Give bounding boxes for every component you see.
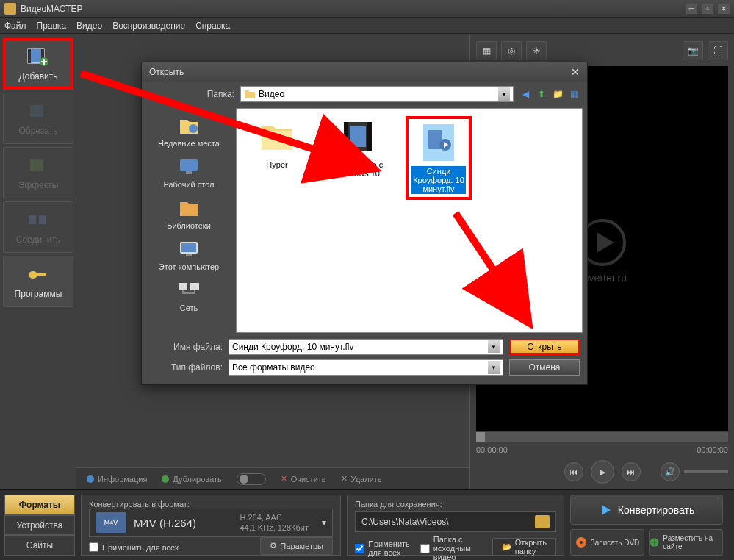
play-button[interactable]: ▶ xyxy=(591,460,614,484)
sidebar-effects-button[interactable]: Эффекты xyxy=(3,147,73,198)
sidebar-programs-button[interactable]: Программы xyxy=(3,256,73,307)
apply-all-folder-checkbox[interactable]: Применить для всех xyxy=(355,539,410,557)
player-controls: ⏮ ▶ ⏭ 🔊 xyxy=(476,460,728,484)
prev-button[interactable]: ⏮ xyxy=(564,462,583,481)
publish-button[interactable]: Разместить на сайте xyxy=(649,529,723,556)
next-button[interactable]: ⏭ xyxy=(622,462,641,481)
file-windows10[interactable]: Знакомство с Windows 10 xyxy=(325,116,391,178)
params-button[interactable]: ⚙Параметры xyxy=(260,537,333,555)
film-plus-icon xyxy=(25,46,51,68)
svg-rect-23 xyxy=(344,122,348,151)
tab-formats[interactable]: Форматы xyxy=(4,495,75,515)
camera-icon[interactable]: 📷 xyxy=(683,41,703,60)
tab-sites[interactable]: Сайты xyxy=(4,535,75,556)
open-folder-button[interactable]: 📂Открыть папку xyxy=(492,538,556,556)
place-network[interactable]: Сеть xyxy=(142,276,236,315)
svg-rect-7 xyxy=(39,215,46,224)
sidebar-crop-button[interactable]: Обрезать xyxy=(3,93,73,144)
circle-icon[interactable]: ◎ xyxy=(501,41,522,60)
info-action[interactable]: Информация xyxy=(87,475,147,484)
format-tabs: Форматы Устройства Сайты xyxy=(4,495,75,556)
cancel-button[interactable]: Отмена xyxy=(509,359,580,376)
svg-rect-1 xyxy=(28,49,31,63)
sidebar-add-label: Добавить xyxy=(18,71,57,82)
format-line2: 44,1 KHz, 128Кбит xyxy=(240,523,309,533)
titlebar: ВидеоМАСТЕР ─ ▫ ✕ xyxy=(0,0,734,18)
svg-rect-19 xyxy=(186,254,192,256)
svg-rect-15 xyxy=(180,159,198,171)
place-desktop[interactable]: Рабочий стол xyxy=(142,152,236,192)
new-folder-icon[interactable]: 📁 xyxy=(552,88,564,100)
menu-play[interactable]: Воспроизведение xyxy=(112,21,185,31)
apply-all-checkbox[interactable]: Применить для всех xyxy=(89,542,179,552)
seek-bar[interactable] xyxy=(476,432,728,442)
format-name: M4V (H.264) xyxy=(134,517,196,529)
duplicate-action[interactable]: Дублировать xyxy=(162,475,221,484)
globe-icon xyxy=(650,536,659,548)
fullscreen-icon[interactable]: ⛶ xyxy=(708,41,728,60)
app-icon xyxy=(4,3,16,15)
save-folder-panel: Папка для сохранения: C:\Users\Nata\Vide… xyxy=(347,495,564,556)
volume-icon[interactable]: 🔊 xyxy=(661,462,680,481)
filename-input[interactable]: Синди Кроуфорд. 10 минут.flv▼ xyxy=(229,339,503,355)
grid-icon[interactable]: ▦ xyxy=(476,41,497,60)
up-icon[interactable]: ⬆ xyxy=(536,88,547,100)
svg-rect-9 xyxy=(36,273,46,276)
close-window-button[interactable]: ✕ xyxy=(718,4,730,14)
effects-icon xyxy=(25,155,51,177)
bottom-panel: Форматы Устройства Сайты Конвертировать … xyxy=(0,489,734,560)
open-dialog: Открыть ✕ Папка: Видео ▼ ◀ ⬆ 📁 ▦ Недавни… xyxy=(141,62,588,385)
place-libraries[interactable]: Библиотеки xyxy=(142,193,236,233)
format-selector[interactable]: M4V M4V (H.264) H.264, AAC 44,1 KHz, 128… xyxy=(89,509,333,537)
menubar: Файл Правка Видео Воспроизведение Справк… xyxy=(0,18,734,34)
place-recent[interactable]: Недавние места xyxy=(142,111,236,151)
sidebar-join-label: Соединить xyxy=(16,234,61,245)
filetype-select[interactable]: Все форматы видео▼ xyxy=(229,359,503,376)
file-hyper[interactable]: Hyper xyxy=(244,116,310,169)
menu-file[interactable]: Файл xyxy=(4,21,26,31)
burn-dvd-button[interactable]: Записать DVD xyxy=(570,529,644,556)
dialog-title-text: Открыть xyxy=(149,67,184,77)
tab-devices[interactable]: Устройства xyxy=(4,515,75,536)
back-icon[interactable]: ◀ xyxy=(519,88,531,100)
folder-combo[interactable]: Видео ▼ xyxy=(240,86,514,102)
svg-rect-24 xyxy=(367,122,372,151)
play-icon xyxy=(599,503,612,517)
brightness-icon[interactable]: ☀ xyxy=(526,41,547,60)
dialog-close-button[interactable]: ✕ xyxy=(571,66,580,78)
source-folder-checkbox[interactable]: Папка с исходным видео xyxy=(420,535,482,560)
maximize-button[interactable]: ▫ xyxy=(702,4,713,14)
file-cindy[interactable]: Синди Кроуфорд. 10 минут.flv xyxy=(406,116,472,200)
svg-point-12 xyxy=(580,541,583,544)
toggle-switch[interactable] xyxy=(237,473,266,485)
place-computer[interactable]: Этот компьютер xyxy=(142,234,236,274)
clear-action[interactable]: ✕Очистить xyxy=(281,474,326,484)
svg-rect-16 xyxy=(186,171,192,174)
save-folder-input[interactable]: C:\Users\Nata\Videos\ xyxy=(355,511,556,532)
volume-slider[interactable] xyxy=(684,470,728,473)
menu-edit[interactable]: Правка xyxy=(37,21,67,31)
convert-to-label: Конвертировать в формат: xyxy=(89,500,333,509)
menu-help[interactable]: Справка xyxy=(195,21,230,31)
open-button[interactable]: Открыть xyxy=(509,339,580,355)
chevron-down-icon[interactable]: ▼ xyxy=(498,87,510,101)
folder-icon xyxy=(244,89,256,99)
save-folder-label: Папка для сохранения: xyxy=(355,500,556,509)
sidebar-add-button[interactable]: Добавить xyxy=(3,38,73,90)
filename-label: Имя файла: xyxy=(149,342,223,352)
convert-button[interactable]: Конвертировать xyxy=(570,495,723,525)
format-badge: M4V xyxy=(96,512,126,533)
places-panel: Недавние места Рабочий стол Библиотеки Э… xyxy=(142,107,236,334)
browse-folder-icon[interactable] xyxy=(535,515,550,528)
preview-toolbar: ▦ ◎ ☀ 📷 ⛶ xyxy=(476,40,728,62)
format-line1: H.264, AAC xyxy=(240,512,309,523)
minimize-button[interactable]: ─ xyxy=(686,4,697,14)
file-browser[interactable]: Hyper Знакомство с Windows 10 Синди Кроу… xyxy=(236,108,583,333)
svg-rect-4 xyxy=(30,105,43,117)
menu-video[interactable]: Видео xyxy=(76,21,102,31)
action-bar: Информация Дублировать ✕Очистить ✕Удалит… xyxy=(76,467,469,489)
sidebar-join-button[interactable]: Соединить xyxy=(3,201,73,253)
disc-icon xyxy=(575,536,587,548)
view-icon[interactable]: ▦ xyxy=(568,88,580,100)
delete-action[interactable]: ✕Удалить xyxy=(341,474,382,484)
